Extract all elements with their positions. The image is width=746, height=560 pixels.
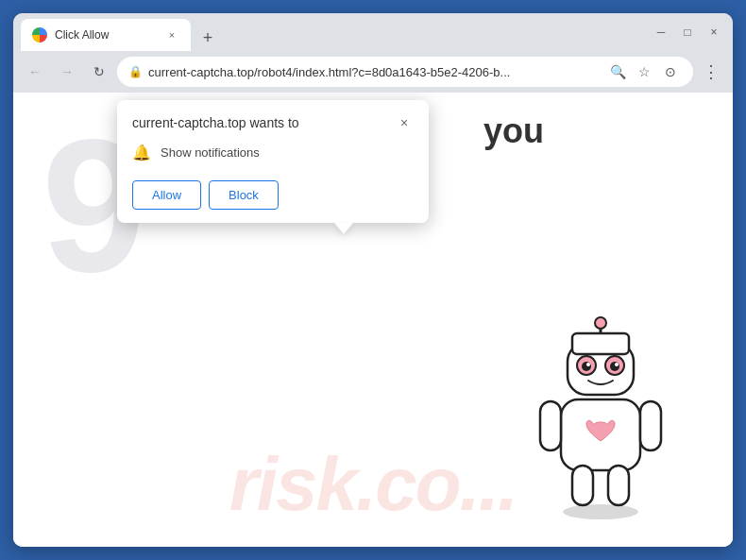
popup-title-text: current-captcha.top wants to [132,115,299,130]
notification-text: Show notifications [161,145,260,160]
forward-arrow-icon: → [60,64,74,79]
minimize-icon: ─ [657,25,666,39]
svg-rect-12 [640,401,661,450]
you-text: you [483,111,544,151]
popup-header: current-captcha.top wants to × [117,100,429,140]
svg-rect-13 [572,466,593,505]
menu-dots-icon: ⋮ [703,61,720,82]
search-icon-button[interactable]: 🔍 [606,60,629,83]
svg-point-7 [610,362,619,371]
allow-button[interactable]: Allow [132,180,201,210]
nav-bar: ← → ↻ 🔒 current-captcha.top/robot4/index… [13,51,733,93]
forward-button[interactable]: → [53,58,81,86]
tab-area: Click Allow × + [21,13,638,51]
url-text: current-captcha.top/robot4/index.html?c=… [148,65,601,79]
svg-point-6 [582,362,591,371]
browser-menu-button[interactable]: ⋮ [697,58,725,86]
svg-point-15 [563,504,638,519]
star-icon: ☆ [638,64,651,79]
address-action-icons: 🔍 ☆ ⊙ [606,60,682,83]
tab-title: Click Allow [55,28,157,42]
refresh-button[interactable]: ↻ [85,58,113,86]
maximize-icon: □ [684,25,690,39]
svg-rect-11 [540,401,561,450]
robot-image [525,316,676,528]
close-window-button[interactable]: × [703,21,725,43]
profile-icon: ⊙ [665,64,676,79]
back-button[interactable]: ← [21,58,49,86]
svg-point-1 [595,317,606,329]
profile-button[interactable]: ⊙ [659,60,682,83]
new-tab-button[interactable]: + [195,25,221,51]
bookmark-button[interactable]: ☆ [633,60,655,83]
title-bar: Click Allow × + ─ □ × [13,13,733,51]
search-icon: 🔍 [610,64,626,79]
back-arrow-icon: ← [28,64,42,79]
bell-icon: 🔔 [132,144,151,161]
popup-actions: Allow Block [117,173,429,223]
address-bar[interactable]: 🔒 current-captcha.top/robot4/index.html?… [117,57,693,87]
active-tab[interactable]: Click Allow × [21,19,191,51]
close-icon: × [710,25,717,39]
popup-tail [334,223,353,234]
popup-close-button[interactable]: × [395,113,414,132]
svg-rect-14 [608,466,629,505]
notification-popup: current-captcha.top wants to × 🔔 Show no… [117,100,429,223]
browser-window: Click Allow × + ─ □ × ← → ↻ [13,13,733,547]
block-button[interactable]: Block [209,180,279,210]
popup-notification-row: 🔔 Show notifications [117,140,429,173]
svg-point-9 [615,363,619,366]
page-background: 9 you risk.co... [13,93,733,547]
maximize-button[interactable]: □ [676,21,699,43]
content-area: 9 you risk.co... [13,93,733,547]
svg-point-8 [586,363,590,366]
minimize-button[interactable]: ─ [650,21,672,43]
window-controls: ─ □ × [650,21,725,43]
lock-icon: 🔒 [128,65,143,78]
svg-rect-3 [572,333,629,354]
tab-favicon [32,27,47,42]
tab-close-button[interactable]: × [164,27,179,42]
refresh-icon: ↻ [93,64,105,79]
